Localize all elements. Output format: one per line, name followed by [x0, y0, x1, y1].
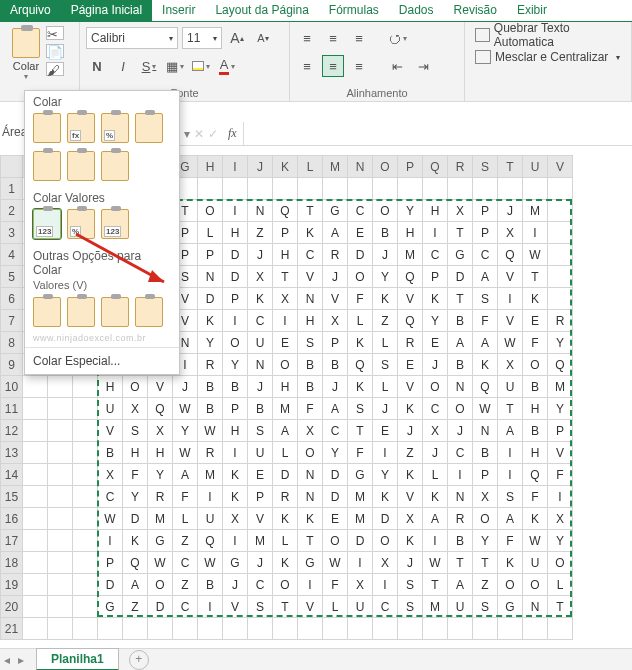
col-header-P[interactable]: P	[398, 156, 423, 178]
col-header-U[interactable]: U	[523, 156, 548, 178]
cell-R5[interactable]: D	[448, 266, 473, 288]
cell-P19[interactable]: S	[398, 574, 423, 596]
cell-D15[interactable]: C	[98, 486, 123, 508]
cell-L8[interactable]: S	[298, 332, 323, 354]
cell-Q15[interactable]: K	[423, 486, 448, 508]
cell-M1[interactable]	[323, 178, 348, 200]
cell-I16[interactable]: X	[223, 508, 248, 530]
cell-P14[interactable]: K	[398, 464, 423, 486]
cell-T20[interactable]: G	[498, 596, 523, 618]
paste-no-borders-button[interactable]	[33, 151, 61, 181]
cell-H4[interactable]: P	[198, 244, 223, 266]
cell-S10[interactable]: Q	[473, 376, 498, 398]
cell-U8[interactable]: F	[523, 332, 548, 354]
cell-I9[interactable]: Y	[223, 354, 248, 376]
cell-J17[interactable]: M	[248, 530, 273, 552]
cell-I3[interactable]: H	[223, 222, 248, 244]
paste-picture-button[interactable]	[101, 297, 129, 327]
italic-button[interactable]: I	[112, 55, 134, 77]
cell-K19[interactable]: O	[273, 574, 298, 596]
cell-B15[interactable]	[48, 486, 73, 508]
align-bottom-button[interactable]: ≡	[348, 27, 370, 49]
cell-O18[interactable]: X	[373, 552, 398, 574]
cell-G21[interactable]	[173, 618, 198, 640]
col-header-M[interactable]: M	[323, 156, 348, 178]
cell-U17[interactable]: W	[523, 530, 548, 552]
row-header-21[interactable]: 21	[1, 618, 23, 640]
cell-M3[interactable]: A	[323, 222, 348, 244]
cell-L19[interactable]: I	[298, 574, 323, 596]
cell-V20[interactable]: T	[548, 596, 573, 618]
row-header-15[interactable]: 15	[1, 486, 23, 508]
cell-N18[interactable]: I	[348, 552, 373, 574]
cell-N4[interactable]: D	[348, 244, 373, 266]
cell-E12[interactable]: S	[123, 420, 148, 442]
cell-F16[interactable]: M	[148, 508, 173, 530]
tab-data[interactable]: Dados	[389, 0, 444, 21]
cell-T18[interactable]: K	[498, 552, 523, 574]
cell-A10[interactable]	[23, 376, 48, 398]
row-header-5[interactable]: 5	[1, 266, 23, 288]
cell-C14[interactable]	[73, 464, 98, 486]
cell-O9[interactable]: S	[373, 354, 398, 376]
cell-B19[interactable]	[48, 574, 73, 596]
cell-M13[interactable]: Y	[323, 442, 348, 464]
cell-G20[interactable]: C	[173, 596, 198, 618]
cell-I10[interactable]: B	[223, 376, 248, 398]
tab-formulas[interactable]: Fórmulas	[319, 0, 389, 21]
cell-M17[interactable]: O	[323, 530, 348, 552]
paste-formatting-button[interactable]	[33, 297, 61, 327]
cell-U18[interactable]: U	[523, 552, 548, 574]
cell-T10[interactable]: U	[498, 376, 523, 398]
cell-K18[interactable]: K	[273, 552, 298, 574]
cell-E20[interactable]: Z	[123, 596, 148, 618]
cell-K9[interactable]: O	[273, 354, 298, 376]
cell-U19[interactable]: O	[523, 574, 548, 596]
row-header-11[interactable]: 11	[1, 398, 23, 420]
cell-Q1[interactable]	[423, 178, 448, 200]
row-header-20[interactable]: 20	[1, 596, 23, 618]
paste-formulas-number-button[interactable]: %	[101, 113, 129, 143]
cell-S3[interactable]: P	[473, 222, 498, 244]
cell-E17[interactable]: K	[123, 530, 148, 552]
paste-values-button[interactable]: 123	[33, 209, 61, 239]
cell-E18[interactable]: Q	[123, 552, 148, 574]
row-header-14[interactable]: 14	[1, 464, 23, 486]
cell-N8[interactable]: K	[348, 332, 373, 354]
cell-Q18[interactable]: W	[423, 552, 448, 574]
cell-T13[interactable]: I	[498, 442, 523, 464]
cell-R8[interactable]: A	[448, 332, 473, 354]
cell-H14[interactable]: M	[198, 464, 223, 486]
cell-N21[interactable]	[348, 618, 373, 640]
cell-U11[interactable]: H	[523, 398, 548, 420]
cell-N15[interactable]: M	[348, 486, 373, 508]
cell-N14[interactable]: G	[348, 464, 373, 486]
cell-P17[interactable]: K	[398, 530, 423, 552]
cell-N6[interactable]: F	[348, 288, 373, 310]
cell-U1[interactable]	[523, 178, 548, 200]
cell-H2[interactable]: O	[198, 200, 223, 222]
align-middle-button[interactable]: ≡	[322, 27, 344, 49]
cell-J6[interactable]: K	[248, 288, 273, 310]
cell-M19[interactable]: F	[323, 574, 348, 596]
cell-R11[interactable]: O	[448, 398, 473, 420]
row-header-3[interactable]: 3	[1, 222, 23, 244]
cell-K6[interactable]: X	[273, 288, 298, 310]
cell-J16[interactable]: V	[248, 508, 273, 530]
paste-formulas-button[interactable]: fx	[67, 113, 95, 143]
cell-G15[interactable]: F	[173, 486, 198, 508]
cell-D20[interactable]: G	[98, 596, 123, 618]
cell-N13[interactable]: F	[348, 442, 373, 464]
cell-R19[interactable]: A	[448, 574, 473, 596]
cell-B11[interactable]	[48, 398, 73, 420]
cell-O10[interactable]: L	[373, 376, 398, 398]
cell-F20[interactable]: D	[148, 596, 173, 618]
row-header-4[interactable]: 4	[1, 244, 23, 266]
cell-J14[interactable]: E	[248, 464, 273, 486]
cell-D11[interactable]: U	[98, 398, 123, 420]
tab-insert[interactable]: Inserir	[152, 0, 205, 21]
cell-S2[interactable]: P	[473, 200, 498, 222]
cell-I21[interactable]	[223, 618, 248, 640]
cell-O2[interactable]: O	[373, 200, 398, 222]
cell-F12[interactable]: X	[148, 420, 173, 442]
